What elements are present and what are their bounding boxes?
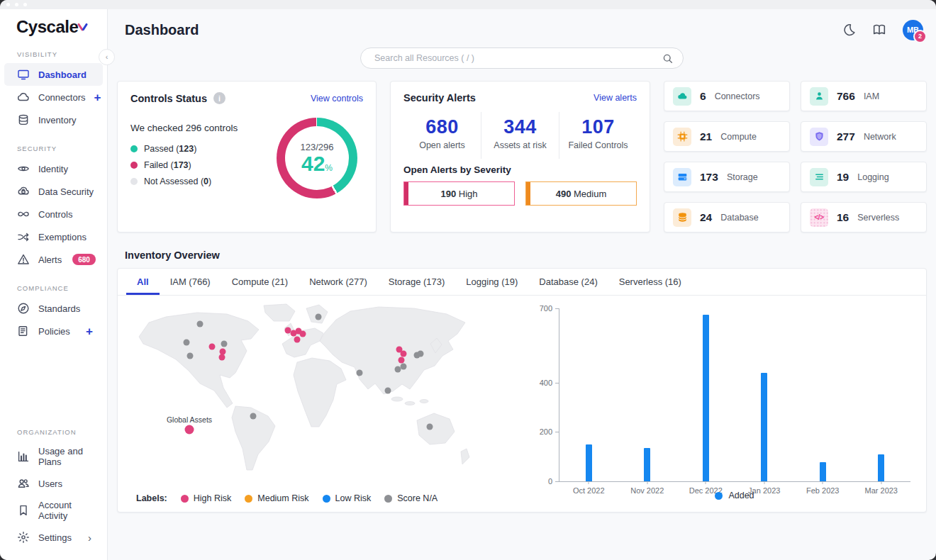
resource-card-database[interactable]: 24Database — [664, 202, 790, 233]
sidebar-item-usage-and-plans[interactable]: Usage and Plans — [4, 441, 103, 472]
bar-oct-2022 — [586, 444, 592, 481]
sidebar-item-account-activity[interactable]: Account Activity — [4, 495, 103, 526]
moon-icon[interactable] — [842, 23, 856, 37]
bar-chart-icon — [17, 450, 30, 463]
controls-status-card: Controls Status i View controls We check… — [117, 81, 377, 233]
network-icon — [810, 128, 828, 146]
iam-icon — [810, 87, 828, 106]
asset-map-block: Global Assets Labels: High RiskMedium Ri… — [129, 300, 525, 506]
severity-label: 490 Medium — [556, 189, 607, 199]
tab-database-24[interactable]: Database (24) — [528, 269, 608, 295]
nav-section-label: SECURITY — [17, 145, 103, 152]
controls-donut-chart: 123/296 42% — [277, 118, 357, 198]
resource-count: 173 — [700, 171, 718, 184]
resource-card-serverless[interactable]: </>16Serverless — [801, 202, 927, 233]
info-icon[interactable]: i — [213, 92, 225, 104]
cloud-lock-icon — [17, 185, 30, 198]
resource-card-compute[interactable]: 21Compute — [664, 121, 790, 152]
asset-dot-na — [221, 341, 228, 347]
sidebar-item-connectors[interactable]: Connectors+ — [4, 86, 103, 108]
sidebar-item-label: Connectors — [38, 92, 85, 103]
severity-medium-box[interactable]: 490 Medium — [525, 181, 637, 206]
resource-label: Logging — [857, 172, 889, 182]
sidebar-item-label: Identity — [38, 164, 68, 174]
tab-logging-19[interactable]: Logging (19) — [455, 269, 528, 295]
tab-iam-766[interactable]: IAM (766) — [160, 269, 221, 295]
window-control-dot[interactable] — [6, 3, 10, 6]
stack-icon — [17, 113, 30, 126]
sidebar-item-policies[interactable]: Policies+ — [4, 320, 103, 342]
sidebar-item-controls[interactable]: Controls — [4, 203, 103, 225]
bar-chart-plot: 0200400700Oct 2022Nov 2022Dec 2022Jan 20… — [559, 308, 910, 482]
add-icon[interactable]: + — [86, 325, 93, 337]
nav-section: VISIBILITYDashboardConnectors+Inventory — [4, 37, 103, 131]
nav-section: ORGANIZATIONUsage and PlansUsersAccount … — [4, 415, 103, 549]
add-icon[interactable]: + — [94, 91, 101, 103]
sidebar-item-users[interactable]: Users — [4, 472, 103, 495]
legend-dot — [130, 162, 138, 169]
resource-card-connectors[interactable]: 6Connectors — [664, 81, 790, 111]
global-search — [360, 47, 684, 69]
severity-high-box[interactable]: 190 High — [403, 181, 515, 206]
world-map-svg — [129, 300, 516, 478]
asset-dot-na — [395, 366, 401, 373]
tab-network-277[interactable]: Network (277) — [299, 269, 378, 295]
compute-icon — [673, 128, 691, 146]
resource-card-storage[interactable]: 173Storage — [664, 162, 790, 192]
tab-serverless-16[interactable]: Serverless (16) — [608, 269, 692, 295]
view-alerts-link[interactable]: View alerts — [594, 93, 637, 103]
sidebar-item-label: Account Activity — [38, 500, 99, 521]
tab-storage-173[interactable]: Storage (173) — [378, 269, 456, 295]
search-input[interactable] — [373, 52, 662, 64]
search-icon[interactable] — [662, 52, 674, 65]
resource-label: IAM — [864, 91, 879, 101]
window-control-dot[interactable] — [15, 3, 18, 6]
asset-dot-na — [184, 340, 190, 346]
nav-section-label: VISIBILITY — [17, 50, 103, 58]
shuffle-icon — [17, 230, 30, 243]
page-header: Dashboard MB 2 — [117, 9, 927, 46]
book-icon[interactable] — [872, 23, 886, 37]
view-controls-link[interactable]: View controls — [311, 94, 363, 103]
sidebar-item-dashboard[interactable]: Dashboard — [4, 63, 103, 86]
window-control-dot[interactable] — [23, 3, 27, 6]
x-axis-tick — [589, 481, 589, 484]
alert-stat: 344Assets at risk — [481, 112, 559, 159]
tab-compute-21[interactable]: Compute (21) — [221, 269, 299, 295]
nav-section: SECURITYIdentityData SecurityControlsExe… — [4, 131, 103, 271]
chevron-right-icon[interactable]: › — [88, 532, 91, 543]
legend-dot — [384, 495, 392, 503]
sidebar-nav: VISIBILITYDashboardConnectors+InventoryS… — [0, 37, 107, 560]
y-axis-label: 0 — [531, 477, 552, 486]
storage-icon — [673, 168, 691, 186]
legend-dot — [130, 178, 138, 185]
security-alerts-title: Security Alerts — [403, 92, 476, 103]
app-logo: Cyscale — [0, 9, 78, 37]
sidebar-item-identity[interactable]: Identity — [4, 157, 103, 180]
controls-legend-item: Passed (123) — [130, 144, 277, 154]
asset-dot-high — [401, 351, 407, 357]
severity-title: Open Alerts by Severity — [403, 164, 637, 175]
avatar[interactable]: MB 2 — [903, 20, 923, 40]
sidebar-collapse-button[interactable]: ‹ — [99, 49, 115, 65]
map-legend: Labels: High RiskMedium RiskLow RiskScor… — [136, 493, 525, 503]
resource-count: 16 — [837, 211, 849, 224]
sidebar-item-data-security[interactable]: Data Security — [4, 180, 103, 203]
tab-all[interactable]: All — [126, 269, 160, 295]
sidebar-item-alerts[interactable]: Alerts680 — [4, 248, 103, 271]
sidebar-item-standards[interactable]: Standards — [4, 297, 103, 320]
resource-card-network[interactable]: 277Network — [801, 121, 927, 152]
map-legend-title: Labels: — [136, 493, 167, 503]
x-axis-tick — [764, 481, 764, 484]
donut-percent: 42% — [301, 152, 333, 175]
gear-icon — [17, 531, 30, 544]
sidebar-item-settings[interactable]: Settings› — [4, 526, 103, 549]
nav-section-label: COMPLIANCE — [17, 284, 103, 292]
controls-legend-item: Failed (173) — [130, 160, 277, 170]
resource-card-iam[interactable]: 766IAM — [801, 81, 927, 111]
eye-icon — [17, 162, 30, 175]
security-alerts-card: Security Alerts View alerts 680Open aler… — [390, 81, 650, 233]
sidebar-item-inventory[interactable]: Inventory — [4, 108, 103, 131]
sidebar-item-exemptions[interactable]: Exemptions — [4, 225, 103, 248]
resource-card-logging[interactable]: 19Logging — [801, 162, 927, 192]
